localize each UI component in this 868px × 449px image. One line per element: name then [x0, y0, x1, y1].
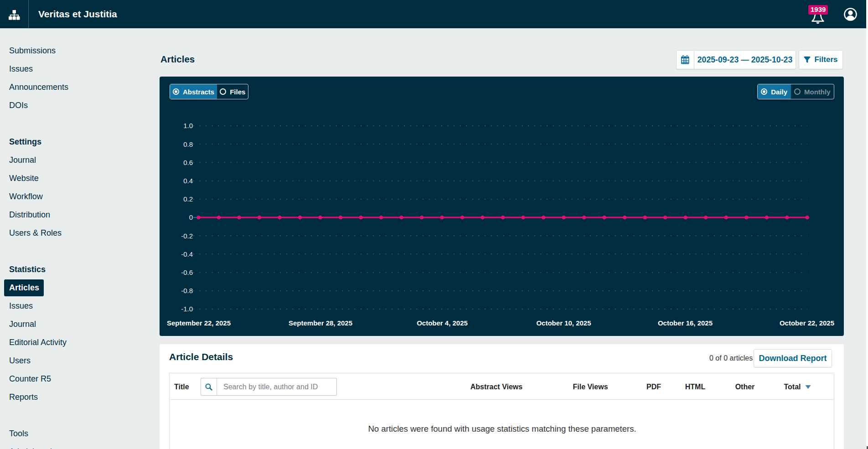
svg-text:0.2: 0.2 [183, 195, 193, 203]
svg-text:-0.8: -0.8 [181, 287, 193, 294]
svg-text:0: 0 [189, 213, 193, 221]
svg-text:0.6: 0.6 [183, 159, 193, 166]
svg-text:September 22, 2025: September 22, 2025 [167, 319, 231, 327]
svg-text:1.0: 1.0 [183, 122, 193, 129]
svg-text:-0.2: -0.2 [181, 232, 193, 240]
svg-text:-0.4: -0.4 [181, 250, 193, 258]
svg-text:October 16, 2025: October 16, 2025 [658, 319, 713, 327]
svg-text:October 10, 2025: October 10, 2025 [536, 319, 591, 327]
svg-text:September 28, 2025: September 28, 2025 [289, 319, 352, 327]
svg-text:-0.6: -0.6 [181, 268, 193, 276]
svg-text:October 22, 2025: October 22, 2025 [780, 319, 834, 327]
svg-text:0.4: 0.4 [183, 177, 193, 185]
svg-text:0.8: 0.8 [183, 140, 193, 148]
svg-text:-1.0: -1.0 [181, 305, 193, 313]
svg-text:October 4, 2025: October 4, 2025 [417, 319, 468, 327]
